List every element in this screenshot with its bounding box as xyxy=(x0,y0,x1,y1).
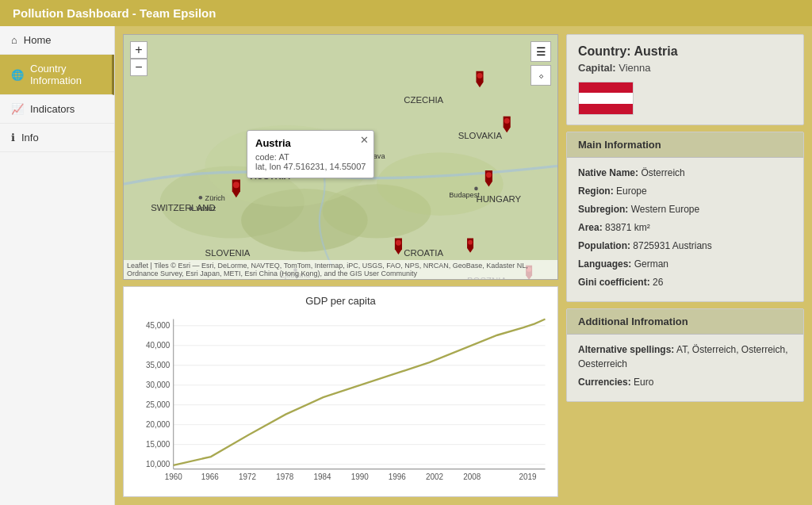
languages-label: Languages: xyxy=(578,258,631,270)
flag-top-stripe xyxy=(579,82,633,93)
popup-code-label: code xyxy=(255,152,274,162)
svg-text:20,000: 20,000 xyxy=(146,420,170,429)
svg-text:15,000: 15,000 xyxy=(146,440,170,449)
svg-point-25 xyxy=(477,73,483,78)
sidebar-item-indicators[interactable]: 📈 Indicators xyxy=(0,95,114,124)
gini-value: 26 xyxy=(653,277,663,288)
alt-spellings-label: Alternative spellings: xyxy=(578,344,674,355)
sidebar-item-home[interactable]: ⌂ Home xyxy=(0,26,114,55)
expand-icon: ⬦ xyxy=(538,70,544,81)
area-value: 83871 km² xyxy=(605,222,650,233)
flag-middle-stripe xyxy=(579,93,633,103)
svg-text:CROATIA: CROATIA xyxy=(404,248,443,258)
population-value: 8725931 Austrians xyxy=(633,240,711,251)
currencies-value: Euro xyxy=(634,377,653,388)
svg-point-20 xyxy=(474,187,478,191)
chart-container: GDP per capita 45,000 40,000 35,000 30,0… xyxy=(123,286,558,497)
currencies-label: Currencies: xyxy=(578,377,631,388)
subregion-row: Subregion: Western Europe xyxy=(578,202,792,216)
map-expand-button[interactable]: ⬦ xyxy=(530,65,551,86)
additional-info-header: Additional Infromation xyxy=(567,309,803,335)
sidebar: ⌂ Home 🌐 Country Information 📈 Indicator… xyxy=(0,26,115,505)
svg-text:CZECHIA: CZECHIA xyxy=(404,95,443,105)
popup-latlon-label: lat, lon xyxy=(255,162,281,171)
chart-icon: 📈 xyxy=(11,103,24,115)
info-icon: ℹ xyxy=(11,132,15,143)
subregion-value: Western Europe xyxy=(631,204,700,215)
svg-point-5 xyxy=(377,152,504,216)
native-name-value: Österreich xyxy=(641,167,684,178)
svg-text:Zürich: Zürich xyxy=(205,194,225,202)
chart-title: GDP per capita xyxy=(132,295,550,307)
svg-text:1960: 1960 xyxy=(165,472,182,480)
chart-svg: 45,000 40,000 35,000 30,000 25,000 20,00… xyxy=(132,312,550,486)
additional-info-body: Alternative spellings: AT, Österreich, O… xyxy=(567,335,803,401)
popup-close-button[interactable]: ✕ xyxy=(360,134,369,146)
svg-text:30,000: 30,000 xyxy=(146,381,170,389)
map-layer-button[interactable]: ☰ xyxy=(530,41,551,62)
native-name-label: Native Name: xyxy=(578,167,638,178)
svg-text:2019: 2019 xyxy=(519,472,537,480)
svg-text:1984: 1984 xyxy=(313,472,331,480)
svg-point-37 xyxy=(468,240,473,245)
svg-point-35 xyxy=(396,240,401,246)
home-icon: ⌂ xyxy=(11,34,17,46)
sidebar-label-country: Country Information xyxy=(30,63,101,86)
region-label: Region: xyxy=(578,186,614,197)
svg-text:HUNGARY: HUNGARY xyxy=(476,194,521,204)
population-row: Population: 8725931 Austrians xyxy=(578,239,792,253)
map-attribution: Leaflet | Tiles © Esri — Esri, DeLorme, … xyxy=(124,260,557,279)
content-area: + − ☰ ⬦ xyxy=(115,26,812,505)
sidebar-item-info[interactable]: ℹ Info xyxy=(0,124,114,152)
zoom-in-button[interactable]: + xyxy=(130,41,147,59)
map-container[interactable]: + − ☰ ⬦ xyxy=(123,34,558,280)
alt-spellings-row: Alternative spellings: AT, Österreich, O… xyxy=(578,342,792,371)
popup-code-value: AT xyxy=(278,152,289,162)
main-info-header: Main Information xyxy=(567,132,803,158)
native-name-row: Native Name: Österreich xyxy=(578,166,792,180)
country-header-panel: Country: Austria Capital: Vienna xyxy=(566,34,804,125)
left-column: + − ☰ ⬦ xyxy=(123,34,558,497)
currencies-row: Currencies: Euro xyxy=(578,375,792,389)
sidebar-item-country-information[interactable]: 🌐 Country Information xyxy=(0,55,114,95)
svg-text:SLOVENIA: SLOVENIA xyxy=(205,248,251,258)
sidebar-label-info: Info xyxy=(21,132,39,143)
right-column: Country: Austria Capital: Vienna Main In… xyxy=(566,34,804,497)
app-title: Pollution Dashboard - Team Epsilon xyxy=(13,6,216,20)
population-label: Population: xyxy=(578,240,630,251)
languages-value: German xyxy=(634,258,668,270)
svg-point-33 xyxy=(233,182,239,188)
flag-bottom-stripe xyxy=(579,104,633,114)
svg-text:25,000: 25,000 xyxy=(146,400,170,409)
sidebar-label-indicators: Indicators xyxy=(30,103,75,115)
zoom-out-button[interactable]: − xyxy=(130,59,147,76)
capital-label: Capital: xyxy=(578,62,616,74)
country-name-line: Country: Austria xyxy=(578,44,792,59)
region-row: Region: Europe xyxy=(578,184,792,198)
svg-text:2008: 2008 xyxy=(463,472,481,480)
svg-text:40,000: 40,000 xyxy=(146,341,170,350)
svg-text:Vaduz: Vaduz xyxy=(196,205,216,212)
country-value: Austria xyxy=(634,44,678,58)
popup-country-name: Austria xyxy=(255,137,366,149)
svg-text:1972: 1972 xyxy=(239,472,256,480)
svg-text:1978: 1978 xyxy=(276,472,293,480)
svg-text:SLOVAKIA: SLOVAKIA xyxy=(458,131,503,140)
area-label: Area: xyxy=(578,222,603,233)
svg-point-29 xyxy=(504,118,510,124)
austria-flag xyxy=(578,82,634,115)
subregion-label: Subregion: xyxy=(578,204,628,215)
popup-latlon-value: 47.516231, 14.55007 xyxy=(283,162,366,171)
svg-text:1966: 1966 xyxy=(201,472,219,480)
languages-row: Languages: German xyxy=(578,257,792,271)
svg-point-16 xyxy=(190,207,193,211)
svg-text:2002: 2002 xyxy=(426,472,443,480)
sidebar-label-home: Home xyxy=(24,34,52,46)
main-info-body: Native Name: Österreich Region: Europe S… xyxy=(567,158,803,301)
region-value: Europe xyxy=(616,186,647,197)
main-information-panel: Main Information Native Name: Österreich… xyxy=(566,132,804,302)
svg-text:1990: 1990 xyxy=(351,472,369,480)
svg-text:45,000: 45,000 xyxy=(146,321,170,330)
app-header: Pollution Dashboard - Team Epsilon xyxy=(0,0,812,26)
globe-icon: 🌐 xyxy=(11,69,24,81)
